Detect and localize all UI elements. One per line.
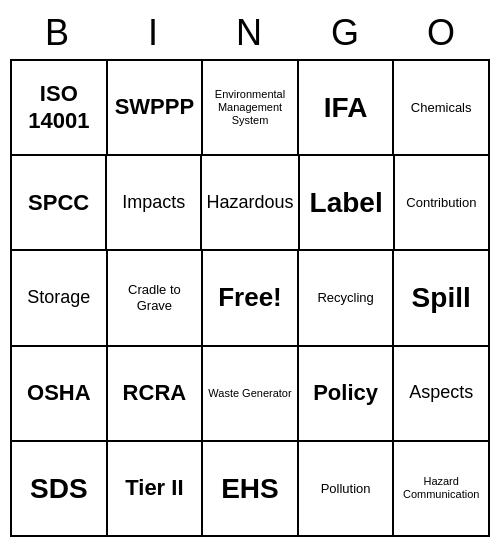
bingo-cell: SPCC	[12, 156, 107, 251]
bingo-card: BINGO ISO14001SWPPPEnvironmental Managem…	[10, 7, 490, 537]
bingo-cell: Label	[300, 156, 395, 251]
bingo-row: SDSTier IIEHSPollutionHazard Communicati…	[12, 442, 490, 537]
bingo-cell: Environmental Management System	[203, 61, 299, 156]
bingo-cell: Cradle to Grave	[108, 251, 204, 346]
bingo-cell: OSHA	[12, 347, 108, 442]
bingo-cell: Contribution	[395, 156, 490, 251]
bingo-cell: ISO14001	[12, 61, 108, 156]
bingo-cell: RCRA	[108, 347, 204, 442]
bingo-cell: SWPPP	[108, 61, 204, 156]
bingo-grid: ISO14001SWPPPEnvironmental Management Sy…	[10, 59, 490, 537]
bingo-cell: Chemicals	[394, 61, 490, 156]
bingo-row: SPCCImpactsHazardousLabelContribution	[12, 156, 490, 251]
bingo-cell: Waste Generator	[203, 347, 299, 442]
header-letter: O	[394, 7, 490, 59]
bingo-cell: EHS	[203, 442, 299, 537]
bingo-cell: Hazard Communication	[394, 442, 490, 537]
bingo-header: BINGO	[10, 7, 490, 59]
bingo-cell: Tier II	[108, 442, 204, 537]
bingo-cell: Hazardous	[202, 156, 299, 251]
bingo-cell: Policy	[299, 347, 395, 442]
bingo-cell: Storage	[12, 251, 108, 346]
bingo-cell: Pollution	[299, 442, 395, 537]
bingo-row: ISO14001SWPPPEnvironmental Management Sy…	[12, 61, 490, 156]
bingo-cell: Spill	[394, 251, 490, 346]
header-letter: B	[10, 7, 106, 59]
bingo-cell: Aspects	[394, 347, 490, 442]
header-letter: I	[106, 7, 202, 59]
bingo-cell: SDS	[12, 442, 108, 537]
bingo-cell: Impacts	[107, 156, 202, 251]
header-letter: N	[202, 7, 298, 59]
bingo-cell: IFA	[299, 61, 395, 156]
bingo-row: StorageCradle to GraveFree!RecyclingSpil…	[12, 251, 490, 346]
bingo-cell: Free!	[203, 251, 299, 346]
bingo-row: OSHARCRAWaste GeneratorPolicyAspects	[12, 347, 490, 442]
header-letter: G	[298, 7, 394, 59]
bingo-cell: Recycling	[299, 251, 395, 346]
